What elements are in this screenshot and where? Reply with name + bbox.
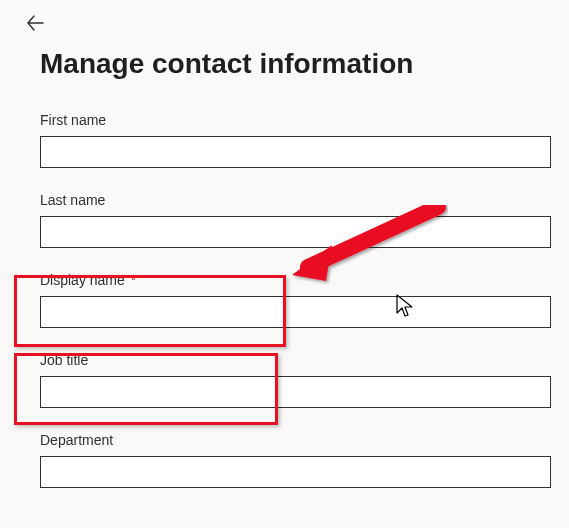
last-name-input[interactable] <box>40 216 551 248</box>
page-title: Manage contact information <box>40 48 413 80</box>
required-asterisk: * <box>131 272 136 288</box>
display-name-label-text: Display name <box>40 272 125 288</box>
first-name-field: First name <box>40 112 551 168</box>
first-name-input[interactable] <box>40 136 551 168</box>
display-name-input[interactable] <box>40 296 551 328</box>
display-name-field: Display name * <box>40 272 551 328</box>
contact-form: First name Last name Display name * Job … <box>40 112 551 512</box>
last-name-field: Last name <box>40 192 551 248</box>
back-button[interactable] <box>26 14 44 36</box>
job-title-label: Job title <box>40 352 551 368</box>
first-name-label: First name <box>40 112 551 128</box>
department-input[interactable] <box>40 456 551 488</box>
department-label: Department <box>40 432 551 448</box>
job-title-field: Job title <box>40 352 551 408</box>
last-name-label: Last name <box>40 192 551 208</box>
arrow-left-icon <box>26 14 44 32</box>
display-name-label: Display name * <box>40 272 551 288</box>
job-title-input[interactable] <box>40 376 551 408</box>
department-field: Department <box>40 432 551 488</box>
